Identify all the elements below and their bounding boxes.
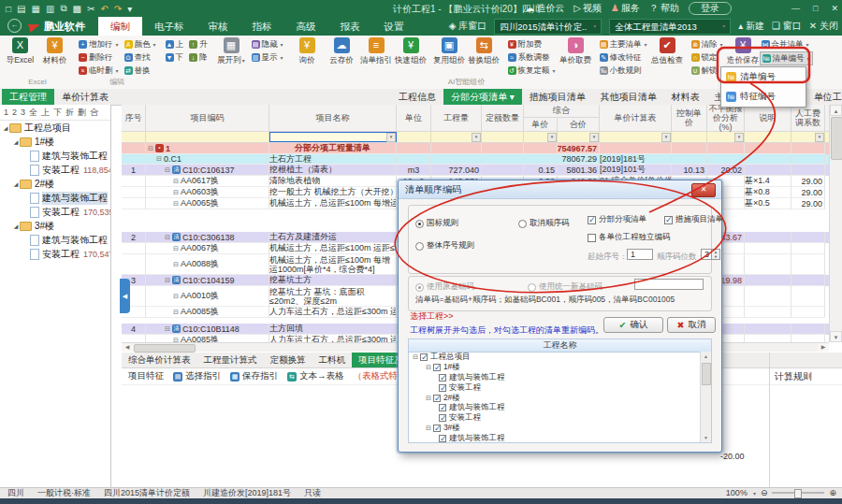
dialog-close-icon[interactable]: ✕ xyxy=(691,183,716,197)
radio-overall-serial-rule[interactable]: 整体序号规则 xyxy=(415,240,474,252)
back-button[interactable]: ← xyxy=(7,19,22,33)
qat-open-icon[interactable]: ▤ xyxy=(17,4,25,14)
titlebar-cost-cloud-button[interactable]: ☁造价云 xyxy=(525,2,564,15)
toolbar-button-主要清单[interactable]: ▤主要清单▾ xyxy=(598,38,649,50)
toolbar-button-询价[interactable]: ¥询价 xyxy=(291,36,324,68)
toolbar-button-查找[interactable]: ⊙查找 xyxy=(123,51,158,64)
expand-box-icon[interactable]: ⊟ xyxy=(413,353,418,361)
checkbox-icon[interactable] xyxy=(439,374,446,382)
dialog-tree-scrollbar[interactable]: ▲ ▼ xyxy=(700,352,711,442)
checkbox-icon[interactable] xyxy=(439,384,446,392)
filter-dropdown-icon[interactable]: ▾ xyxy=(472,133,481,142)
qat-new-icon[interactable]: □ xyxy=(6,4,11,14)
qat-redo-icon[interactable]: ↷ xyxy=(114,4,122,14)
ribbon-tab-审核[interactable]: 审核 xyxy=(196,17,240,36)
filter-cell-seq[interactable] xyxy=(122,132,146,142)
dialog-tree-item-安装工程[interactable]: 安装工程 xyxy=(409,382,711,393)
radio-keep-base-code[interactable]: 使用原基础码 xyxy=(415,281,474,293)
expand-box-icon[interactable]: ⊟ xyxy=(173,245,179,252)
zoom-slider[interactable] xyxy=(772,492,824,494)
column-header-项目编码[interactable]: 项目编码 xyxy=(146,105,269,131)
expand-box-icon[interactable]: ⊟ xyxy=(165,166,170,174)
dialog-tree-item-1#楼[interactable]: ⊟1#楼 xyxy=(409,363,711,373)
dialog-tree-item-建筑与装饰工程[interactable]: 建筑与装饰工程 xyxy=(409,373,711,383)
qat-paste-icon[interactable]: ▩ xyxy=(73,4,81,14)
filter-cell-price[interactable]: ▾ xyxy=(524,132,558,142)
sheet-tab-材料表[interactable]: 材料表 xyxy=(664,89,707,105)
check-independent-coding[interactable]: 各单位工程独立编码 xyxy=(588,232,671,243)
filter-dropdown-icon[interactable]: ▾ xyxy=(386,133,396,142)
checkbox-icon[interactable] xyxy=(433,395,441,402)
tree-toolbar-button-删[interactable]: 删 xyxy=(78,107,86,119)
sheet-tab-措施项目清单[interactable]: 措施项目清单 xyxy=(522,89,593,105)
toolbar-button-快速组价[interactable]: ¥快速组价 xyxy=(395,36,428,68)
scroll-down-icon[interactable]: ▼ xyxy=(701,433,711,442)
toolbar-button-降[interactable]: ↓降 xyxy=(187,51,210,64)
toolbar-button-替换[interactable]: ⇄替换 xyxy=(123,65,158,77)
ribbon-tab-报表[interactable]: 报表 xyxy=(328,17,372,36)
lib-window-button[interactable]: ◈ 库窗口 xyxy=(449,20,486,33)
radio-cancel-order-code[interactable]: 取消顺序码 xyxy=(518,218,570,229)
toolbar-button-显示[interactable]: ▥显示▾ xyxy=(250,51,285,64)
ribbon-tab-高级[interactable]: 高级 xyxy=(284,17,328,36)
window-button[interactable]: ❏ 窗口 xyxy=(772,20,802,33)
sheet-tab-单位工程费汇总表[interactable]: 单位工程费汇总表 xyxy=(806,89,842,105)
zoom-in-icon[interactable]: ⊕ xyxy=(829,488,836,497)
toolbar-button-造价保存[interactable]: ¥造价保存 xyxy=(727,36,760,68)
expand-box-icon[interactable]: ⊟ xyxy=(165,325,170,333)
filter-cell-deqty[interactable] xyxy=(482,132,524,142)
toolbar-button-恢复定额[interactable]: ↺恢复定额▾ xyxy=(506,65,558,77)
left-tab-工程管理[interactable]: 工程管理 xyxy=(2,89,54,105)
qat-undo-icon[interactable]: ↶ xyxy=(100,4,108,14)
filter-dropdown-icon[interactable]: ▾ xyxy=(547,133,557,142)
ribbon-tab-编制[interactable]: 编制 xyxy=(98,17,142,36)
ribbon-tab-电子标[interactable]: 电子标 xyxy=(142,17,196,36)
filter-dropdown-icon[interactable]: ▾ xyxy=(734,133,744,142)
ribbon-tab-指标[interactable]: 指标 xyxy=(240,17,284,36)
toolbar-button-系数调整[interactable]: ≈系数调整 xyxy=(506,51,558,64)
toolbar-button-增加行[interactable]: +增加行▾ xyxy=(77,38,121,50)
column-header-单价[interactable]: 单价 xyxy=(524,118,558,131)
panel-collapse-handle[interactable]: ◀ xyxy=(120,279,130,313)
tree-toolbar-button-上[interactable]: 上 xyxy=(41,107,50,119)
select-project-link[interactable]: 选择工程>> xyxy=(410,310,454,323)
qat-more-icon[interactable]: ▾ xyxy=(127,4,132,14)
dialog-tree-item-2#楼[interactable]: ⊟2#楼 xyxy=(409,393,711,403)
tree-item-建筑与装饰工程[interactable]: 建筑与装饰工程4,720,... xyxy=(0,233,110,247)
toolbar-button-删除行[interactable]: −删除行 xyxy=(77,51,121,64)
close-icon[interactable]: ✕ xyxy=(831,4,838,13)
tree-toolbar-button-2[interactable]: 2 xyxy=(12,108,17,117)
scroll-thumb[interactable] xyxy=(831,117,842,160)
login-button[interactable]: 登录 xyxy=(689,2,732,15)
dialog-tree-item-建筑与装饰工程[interactable]: 建筑与装饰工程 xyxy=(409,433,711,443)
tree-item-安装工程[interactable]: 安装工程170,547.53 xyxy=(0,247,110,261)
toolbar-button-清单编号[interactable]: №清单编号▾ xyxy=(760,51,813,65)
tree-item-2#楼[interactable]: ◢2#楼 xyxy=(0,177,110,191)
confirm-button[interactable]: ✔确认 xyxy=(603,317,663,333)
tree-toolbar-button-折[interactable]: 折 xyxy=(65,107,74,119)
toolbar-button-颜色[interactable]: A颜色▾ xyxy=(123,38,158,50)
filter-cell-calc[interactable]: ▾ xyxy=(600,132,672,142)
radio-new-base-code[interactable]: 使用统一新基础码 xyxy=(528,281,602,293)
scroll-up-icon[interactable]: ▲ xyxy=(830,105,842,116)
scroll-right-icon[interactable]: ▶ xyxy=(818,343,829,352)
tree-item-建筑与装饰工程[interactable]: 建筑与装饰工程3,954,... xyxy=(0,191,110,205)
close-window-button[interactable]: ✕ 关闭 xyxy=(809,20,838,33)
filter-dropdown-icon[interactable]: ▾ xyxy=(661,133,671,142)
toolbar-button-修改特征[interactable]: ✎修改特征 xyxy=(598,51,649,64)
feature-button-选择指引[interactable]: ▤选择指引 xyxy=(173,370,221,382)
bottom-tab-工程量计算式[interactable]: 工程量计算式 xyxy=(197,353,264,367)
minimize-icon[interactable]: — xyxy=(791,4,800,13)
radio-national-rule[interactable]: 国标规则 xyxy=(415,218,458,229)
toolbar-button-上[interactable]: ▲上 xyxy=(164,38,186,50)
toolbar-button-合并清单[interactable]: ⋈合并清单▾ xyxy=(760,38,813,50)
cancel-button[interactable]: ✖取消 xyxy=(667,317,716,333)
dialog-tree-item-安装工程[interactable]: 安装工程 xyxy=(409,413,711,424)
column-header-定额数量[interactable]: 定额数量 xyxy=(482,105,524,131)
column-header-项目名称[interactable]: 项目名称 xyxy=(269,105,397,131)
left-tab-单价计算表[interactable]: 单价计算表 xyxy=(54,89,116,105)
qat-preview-icon[interactable]: ▥ xyxy=(46,4,54,14)
expand-box-icon[interactable]: ⊟ xyxy=(173,261,179,268)
checkbox-icon[interactable] xyxy=(439,414,446,422)
toolbar-button-解锁[interactable]: ∪解锁 xyxy=(690,65,725,77)
